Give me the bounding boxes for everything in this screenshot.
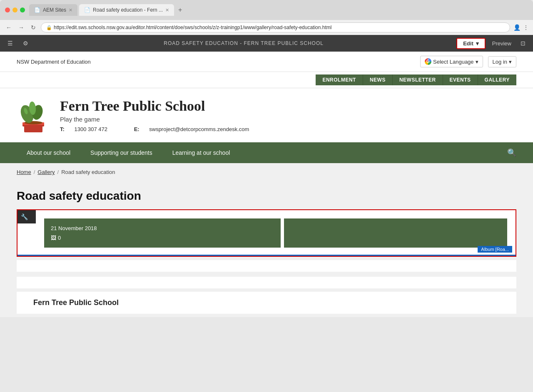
nav-enrolment[interactable]: ENROLMENT [316,74,363,85]
school-name: Fern Tree Public School [60,98,516,114]
nav-supporting-students[interactable]: Supporting our students [80,144,162,162]
login-chevron-icon: ▾ [509,59,512,65]
back-button[interactable]: ← [4,23,13,32]
gallery-card-main[interactable]: 21 November 2018 🖼 0 [44,218,281,248]
component-blue-line [17,255,516,256]
language-chevron-icon: ▾ [476,59,478,65]
new-tab-button[interactable]: + [176,5,184,15]
close-traffic-light[interactable] [5,7,10,12]
top-bar-right: G Select Language ▾ Log in ▾ [420,56,516,67]
nav-events[interactable]: EVENTS [443,74,478,85]
image-icon: 🖼 [51,235,56,241]
aem-page-title: ROAD SAFETY EDUCATION - FERN TREE PUBLIC… [164,40,324,46]
select-language-label: Select Language [433,59,474,65]
nav-newsletter[interactable]: NEWSLETTER [393,74,443,85]
school-contact: T: 1300 307 472 E: swsproject@detcorpcom… [60,126,516,132]
nav-news[interactable]: NEWS [363,74,393,85]
address-bar[interactable]: 🔒 https://edit.sws.schools.nsw.gov.au/ed… [41,22,510,32]
footer-divider [17,277,516,288]
tab-label: Road safety education - Fern ... [93,7,163,13]
album-badge: Album [Roa... [478,246,512,253]
dept-name: NSW Department of Education [17,59,91,65]
browser-titlebar: 📄 AEM Sites ✕ 📄 Road safety education - … [0,0,533,20]
nav-learning[interactable]: Learning at our school [162,144,240,162]
site-wrapper: NSW Department of Education G Select Lan… [0,52,533,163]
tab-label: AEM Sites [43,7,66,13]
school-header: Fern Tree Public School Play the game T:… [0,88,533,142]
toolbar-icons: 👤 ⋮ [513,24,529,31]
breadcrumb-separator-2: / [57,169,59,175]
profile-icon[interactable]: 👤 [513,24,521,31]
edit-chevron-icon: ▾ [476,40,479,47]
reload-button[interactable]: ↻ [29,23,37,32]
aem-toolbar: ☰ ⚙ ROAD SAFETY EDUCATION - FERN TREE PU… [0,35,533,52]
wrench-icon[interactable]: 🔧 [19,212,30,222]
main-nav: About our school Supporting our students… [0,142,533,163]
tab-road-safety[interactable]: 📄 Road safety education - Fern ... ✕ [79,4,174,16]
school-tagline: Play the game [60,116,516,123]
gallery-content: 21 November 2018 🖼 0 [36,210,516,256]
page-area: Home / Gallery / Road safety education R… [0,163,533,317]
page-title: Road safety education [17,189,516,203]
preview-button[interactable]: Preview [489,39,515,48]
component-toolbar: 🔧 [17,210,36,223]
tab-close-icon[interactable]: ✕ [165,7,169,13]
gallery-cards: 21 November 2018 🖼 0 [39,213,512,253]
google-translate-icon: G [425,58,431,65]
school-info: Fern Tree Public School Play the game T:… [60,98,516,132]
phone-label: T: 1300 307 472 [60,126,116,132]
browser-toolbar: ← → ↻ 🔒 https://edit.sws.schools.nsw.gov… [0,20,533,35]
aem-toolbar-left: ☰ ⚙ [5,38,31,48]
breadcrumb-current: Road safety education [61,169,115,175]
breadcrumb-home[interactable]: Home [17,169,31,175]
emulator-icon[interactable]: ⊡ [518,38,528,48]
gallery-date: 21 November 2018 [51,225,274,231]
breadcrumb-gallery[interactable]: Gallery [37,169,55,175]
browser-chrome: 📄 AEM Sites ✕ 📄 Road safety education - … [0,0,533,35]
footer-school-name: Fern Tree Public School [33,298,500,307]
breadcrumb-separator-1: / [34,169,35,175]
login-button[interactable]: Log in ▾ [488,56,516,67]
top-bar: NSW Department of Education G Select Lan… [0,52,533,72]
tab-icon: 📄 [34,7,40,13]
footer-school: Fern Tree Public School [17,292,516,314]
component-area: 🔧 21 November 2018 🖼 0 [17,209,516,257]
select-language-button[interactable]: G Select Language ▾ [420,56,483,67]
search-icon[interactable]: 🔍 [507,142,516,163]
email-address: swsproject@detcorpcomms.zendesk.com [149,126,249,132]
count-value: 0 [58,235,61,241]
address-text: https://edit.sws.schools.nsw.gov.au/edit… [54,25,331,30]
footer-area: Fern Tree Public School [0,273,533,317]
settings-icon[interactable]: ⚙ [20,38,31,48]
edit-label: Edit [463,40,473,47]
nav-about-school[interactable]: About our school [17,144,80,162]
minimize-traffic-light[interactable] [12,7,17,12]
tab-bar: 📄 AEM Sites ✕ 📄 Road safety education - … [29,4,528,16]
email-label: E: swsproject@detcorpcomms.zendesk.com [134,126,258,132]
aem-toolbar-right: Edit ▾ Preview ⊡ [456,38,528,49]
tab-close-icon[interactable]: ✕ [69,7,72,13]
login-label: Log in [493,59,507,65]
sidebar-toggle-icon[interactable]: ☰ [5,38,15,48]
edit-button[interactable]: Edit ▾ [456,38,486,49]
secondary-nav: ENROLMENT NEWS NEWSLETTER EVENTS GALLERY [0,72,533,88]
tab-aem-sites[interactable]: 📄 AEM Sites ✕ [29,4,77,16]
nav-gallery[interactable]: GALLERY [478,74,516,85]
empty-section [17,260,516,272]
lock-icon: 🔒 [46,25,52,30]
more-options-icon[interactable]: ⋮ [523,24,529,31]
breadcrumb: Home / Gallery / Road safety education [0,163,533,181]
school-logo [17,97,50,134]
maximize-traffic-light[interactable] [20,7,25,12]
phone-number: 1300 307 472 [74,126,107,132]
gallery-count: 🖼 0 [51,235,274,241]
forward-button[interactable]: → [17,23,26,32]
page-content: Road safety education 🔧 21 November 2018… [0,181,533,272]
gallery-card-empty [284,218,507,248]
tab-icon: 📄 [84,7,90,13]
traffic-lights [5,7,25,12]
